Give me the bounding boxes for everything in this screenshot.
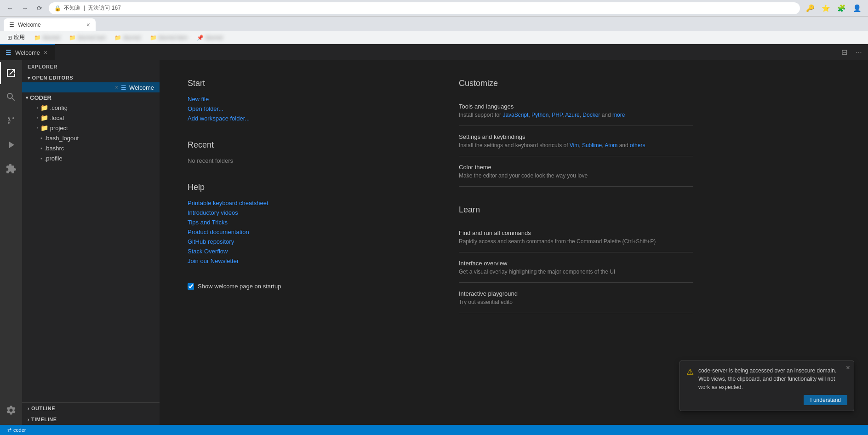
- folder-chevron-local: ›: [37, 115, 39, 120]
- folder-icon-4: 📁: [150, 34, 157, 41]
- link-vim[interactable]: Vim: [570, 142, 579, 149]
- editor-tab-bar: ☰ Welcome × ⊟ ···: [0, 44, 868, 60]
- tools-title: Tools and languages: [459, 103, 693, 110]
- link-php[interactable]: PHP: [552, 112, 562, 118]
- tree-item-bash-logout[interactable]: ▪ .bash_logout: [22, 133, 160, 143]
- refresh-button[interactable]: ⟳: [34, 3, 45, 14]
- help-link-videos[interactable]: Introductory videos: [188, 209, 422, 216]
- learn-commands[interactable]: Find and run all commands Rapidly access…: [459, 222, 693, 252]
- link-azure[interactable]: Azure: [565, 112, 579, 118]
- editor-tab-welcome[interactable]: ☰ Welcome ×: [0, 44, 55, 60]
- activity-settings[interactable]: [0, 399, 22, 421]
- folder-icon-local: 📁: [40, 114, 48, 121]
- browser-tab-bar: ☰ Welcome ×: [0, 17, 868, 31]
- help-link-stackoverflow[interactable]: Stack Overflow: [188, 248, 422, 255]
- help-link-docs[interactable]: Product documentation: [188, 229, 422, 235]
- tree-item-local[interactable]: › 📁 .local: [22, 113, 160, 123]
- coder-section[interactable]: ▾ CODER: [22, 92, 160, 103]
- timeline-section[interactable]: › TIMELINE: [22, 414, 160, 425]
- folder-icon-1: 📁: [34, 34, 41, 41]
- show-startup-checkbox[interactable]: [188, 283, 194, 290]
- help-link-github[interactable]: GitHub repository: [188, 238, 422, 245]
- theme-desc: Make the editor and your code look the w…: [459, 172, 693, 179]
- bookmark-1[interactable]: 📁 blurred: [30, 34, 63, 42]
- learn-interface[interactable]: Interface overview Get a visual overlay …: [459, 252, 693, 283]
- tab-close-button[interactable]: ×: [86, 21, 90, 29]
- toast-message: code-server is being accessed over an in…: [698, 366, 847, 391]
- learn-playground[interactable]: Interactive playground Try out essential…: [459, 283, 693, 313]
- toast-understand-button[interactable]: I understand: [804, 395, 847, 405]
- learn-section: Learn Find and run all commands Rapidly …: [459, 205, 693, 313]
- browser-tab-welcome[interactable]: ☰ Welcome ×: [4, 18, 96, 31]
- welcome-tab-icon: ☰: [6, 49, 11, 56]
- help-link-cheatsheet[interactable]: Printable keyboard cheatsheet: [188, 200, 422, 206]
- add-workspace-link[interactable]: Add workspace folder...: [188, 115, 422, 122]
- folder-icon-project: 📁: [40, 124, 48, 132]
- customize-tools[interactable]: Tools and languages Install support for …: [459, 96, 693, 126]
- forward-button[interactable]: →: [19, 3, 30, 14]
- activity-extensions[interactable]: [0, 158, 22, 180]
- activity-explorer[interactable]: [0, 62, 22, 84]
- file-icon-bash-logout: ▪: [40, 135, 43, 142]
- no-recent-text: No recent folders: [188, 157, 422, 164]
- file-icon-bashrc: ▪: [40, 145, 43, 152]
- star-icon[interactable]: ⭐: [819, 2, 832, 15]
- help-link-newsletter[interactable]: Join our Newsletter: [188, 258, 422, 264]
- key-icon[interactable]: 🔑: [804, 2, 817, 15]
- help-link-tips[interactable]: Tips and Tricks: [188, 219, 422, 226]
- coder-label: CODER: [30, 94, 51, 101]
- bookmark-3[interactable]: 📁 blurred: [111, 34, 144, 42]
- tab-favicon: ☰: [9, 22, 14, 28]
- bookmark-4[interactable]: 📁 blurred item: [146, 34, 191, 42]
- link-more[interactable]: more: [612, 112, 625, 118]
- show-startup-section: Show welcome page on startup: [188, 283, 422, 290]
- welcome-right-column: Customize Tools and languages Install su…: [459, 79, 693, 313]
- link-python[interactable]: Python: [531, 112, 548, 118]
- customize-theme[interactable]: Color theme Make the editor and your cod…: [459, 156, 693, 187]
- file-name-bash-logout: .bash_logout: [45, 135, 79, 142]
- tree-item-bashrc[interactable]: ▪ .bashrc: [22, 143, 160, 153]
- tree-item-config[interactable]: › 📁 .config: [22, 103, 160, 113]
- link-docker[interactable]: Docker: [582, 112, 600, 118]
- welcome-tab-close[interactable]: ×: [44, 49, 47, 56]
- close-welcome-button[interactable]: ×: [115, 84, 118, 91]
- status-remote[interactable]: ⇄ coder: [4, 427, 30, 433]
- theme-title: Color theme: [459, 164, 693, 171]
- profile-icon[interactable]: 👤: [851, 2, 863, 15]
- interface-title: Interface overview: [459, 260, 693, 267]
- show-startup-label[interactable]: Show welcome page on startup: [198, 283, 281, 290]
- more-actions-button[interactable]: ···: [853, 47, 864, 58]
- bookmark-5[interactable]: 📌 blurred: [193, 34, 226, 42]
- open-editors-section[interactable]: ▾ Open Editors: [22, 73, 160, 82]
- start-title: Start: [188, 79, 422, 88]
- link-sublime[interactable]: Sublime: [582, 142, 602, 149]
- split-editor-button[interactable]: ⊟: [839, 47, 850, 58]
- back-button[interactable]: ←: [5, 3, 16, 14]
- bookmark-2[interactable]: 📁 blurred text: [65, 34, 109, 42]
- bookmark-apps[interactable]: ⊞ 应用: [4, 33, 29, 42]
- activity-git[interactable]: [0, 110, 22, 132]
- address-bar[interactable]: 🔒 不知道 | 无法访问 167: [49, 2, 800, 14]
- tree-item-profile[interactable]: ▪ .profile: [22, 153, 160, 163]
- activity-run[interactable]: [0, 134, 22, 156]
- tools-desc: Install support for JavaScript, Python, …: [459, 112, 693, 118]
- activity-search[interactable]: [0, 86, 22, 108]
- bookmark-label-5: blurred: [206, 34, 223, 41]
- welcome-tab-title: Welcome: [15, 49, 40, 56]
- sidebar-bottom: › OUTLINE › TIMELINE: [22, 402, 160, 425]
- toast-close-button[interactable]: ×: [846, 364, 850, 372]
- tree-item-project[interactable]: › 📁 project: [22, 123, 160, 133]
- new-file-link[interactable]: New file: [188, 96, 422, 103]
- open-folder-link[interactable]: Open folder...: [188, 105, 422, 112]
- customize-settings[interactable]: Settings and keybindings Install the set…: [459, 126, 693, 156]
- sidebar-spacer: [22, 163, 160, 402]
- link-atom[interactable]: Atom: [605, 142, 617, 149]
- link-others[interactable]: others: [630, 142, 645, 149]
- outline-section[interactable]: › OUTLINE: [22, 403, 160, 414]
- editor-area[interactable]: Start New file Open folder... Add worksp…: [160, 60, 868, 425]
- open-file-welcome[interactable]: × ☰ Welcome: [22, 82, 160, 92]
- folder-name-project: project: [50, 125, 68, 132]
- extensions-icon[interactable]: 🧩: [835, 2, 848, 15]
- link-javascript[interactable]: JavaScript: [503, 112, 528, 118]
- learn-title: Learn: [459, 205, 693, 215]
